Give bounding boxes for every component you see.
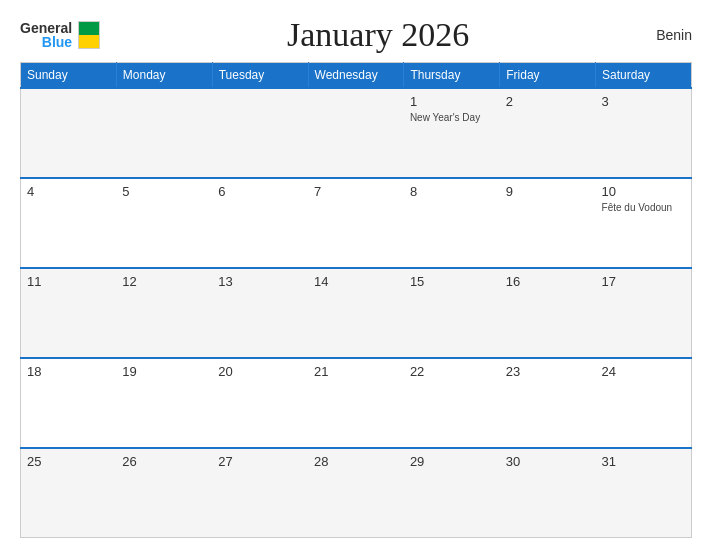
calendar-cell bbox=[212, 88, 308, 178]
day-of-week-header: Wednesday bbox=[308, 63, 404, 89]
cell-day-number: 28 bbox=[314, 454, 398, 469]
calendar-week-row: 25262728293031 bbox=[21, 448, 692, 538]
cell-day-number: 17 bbox=[602, 274, 685, 289]
cell-day-number: 23 bbox=[506, 364, 590, 379]
calendar-cell: 15 bbox=[404, 268, 500, 358]
cell-day-number: 18 bbox=[27, 364, 110, 379]
calendar-cell: 6 bbox=[212, 178, 308, 268]
calendar-cell: 14 bbox=[308, 268, 404, 358]
calendar-cell: 10Fête du Vodoun bbox=[596, 178, 692, 268]
day-of-week-header: Monday bbox=[116, 63, 212, 89]
page-header: General Blue January 2026 Benin bbox=[20, 16, 692, 54]
calendar-cell: 11 bbox=[21, 268, 117, 358]
logo-blue-text: Blue bbox=[42, 35, 72, 49]
country-label: Benin bbox=[656, 27, 692, 43]
calendar-week-row: 45678910Fête du Vodoun bbox=[21, 178, 692, 268]
calendar-cell: 4 bbox=[21, 178, 117, 268]
calendar-cell: 18 bbox=[21, 358, 117, 448]
cell-day-number: 25 bbox=[27, 454, 110, 469]
calendar-cell: 26 bbox=[116, 448, 212, 538]
calendar-cell bbox=[21, 88, 117, 178]
calendar-cell: 20 bbox=[212, 358, 308, 448]
cell-day-number: 3 bbox=[602, 94, 685, 109]
cell-day-number: 19 bbox=[122, 364, 206, 379]
cell-day-number: 26 bbox=[122, 454, 206, 469]
cell-day-number: 1 bbox=[410, 94, 494, 109]
calendar-cell: 29 bbox=[404, 448, 500, 538]
cell-day-number: 11 bbox=[27, 274, 110, 289]
calendar-cell: 13 bbox=[212, 268, 308, 358]
day-of-week-header: Thursday bbox=[404, 63, 500, 89]
cell-day-number: 20 bbox=[218, 364, 302, 379]
cell-day-number: 21 bbox=[314, 364, 398, 379]
calendar-cell bbox=[308, 88, 404, 178]
calendar-week-row: 11121314151617 bbox=[21, 268, 692, 358]
calendar-cell: 31 bbox=[596, 448, 692, 538]
day-of-week-header: Sunday bbox=[21, 63, 117, 89]
cell-day-number: 24 bbox=[602, 364, 685, 379]
cell-day-number: 6 bbox=[218, 184, 302, 199]
calendar-cell: 28 bbox=[308, 448, 404, 538]
cell-day-number: 2 bbox=[506, 94, 590, 109]
calendar-cell: 7 bbox=[308, 178, 404, 268]
calendar-week-row: 1New Year's Day23 bbox=[21, 88, 692, 178]
cell-event-label: Fête du Vodoun bbox=[602, 201, 685, 214]
day-of-week-header: Friday bbox=[500, 63, 596, 89]
cell-event-label: New Year's Day bbox=[410, 111, 494, 124]
calendar-cell: 9 bbox=[500, 178, 596, 268]
cell-day-number: 22 bbox=[410, 364, 494, 379]
calendar-cell: 24 bbox=[596, 358, 692, 448]
calendar-week-row: 18192021222324 bbox=[21, 358, 692, 448]
calendar-cell: 19 bbox=[116, 358, 212, 448]
calendar-cell: 23 bbox=[500, 358, 596, 448]
cell-day-number: 5 bbox=[122, 184, 206, 199]
cell-day-number: 31 bbox=[602, 454, 685, 469]
calendar-cell: 5 bbox=[116, 178, 212, 268]
calendar-cell: 1New Year's Day bbox=[404, 88, 500, 178]
cell-day-number: 14 bbox=[314, 274, 398, 289]
calendar-cell: 2 bbox=[500, 88, 596, 178]
calendar-cell: 17 bbox=[596, 268, 692, 358]
cell-day-number: 15 bbox=[410, 274, 494, 289]
calendar-header: SundayMondayTuesdayWednesdayThursdayFrid… bbox=[21, 63, 692, 89]
cell-day-number: 8 bbox=[410, 184, 494, 199]
cell-day-number: 16 bbox=[506, 274, 590, 289]
page-title: January 2026 bbox=[287, 16, 469, 54]
calendar-body: 1New Year's Day2345678910Fête du Vodoun1… bbox=[21, 88, 692, 538]
calendar-cell: 21 bbox=[308, 358, 404, 448]
calendar-table: SundayMondayTuesdayWednesdayThursdayFrid… bbox=[20, 62, 692, 538]
calendar-page: General Blue January 2026 Benin SundayMo… bbox=[0, 0, 712, 550]
day-of-week-header: Tuesday bbox=[212, 63, 308, 89]
calendar-cell: 12 bbox=[116, 268, 212, 358]
cell-day-number: 30 bbox=[506, 454, 590, 469]
cell-day-number: 9 bbox=[506, 184, 590, 199]
cell-day-number: 13 bbox=[218, 274, 302, 289]
cell-day-number: 12 bbox=[122, 274, 206, 289]
day-of-week-header: Saturday bbox=[596, 63, 692, 89]
calendar-cell: 25 bbox=[21, 448, 117, 538]
cell-day-number: 4 bbox=[27, 184, 110, 199]
cell-day-number: 29 bbox=[410, 454, 494, 469]
calendar-cell: 22 bbox=[404, 358, 500, 448]
cell-day-number: 7 bbox=[314, 184, 398, 199]
logo-general-text: General bbox=[20, 21, 72, 35]
calendar-cell: 8 bbox=[404, 178, 500, 268]
calendar-cell: 30 bbox=[500, 448, 596, 538]
calendar-cell: 27 bbox=[212, 448, 308, 538]
calendar-cell bbox=[116, 88, 212, 178]
cell-day-number: 27 bbox=[218, 454, 302, 469]
logo: General Blue bbox=[20, 21, 100, 49]
calendar-cell: 3 bbox=[596, 88, 692, 178]
cell-day-number: 10 bbox=[602, 184, 685, 199]
calendar-cell: 16 bbox=[500, 268, 596, 358]
